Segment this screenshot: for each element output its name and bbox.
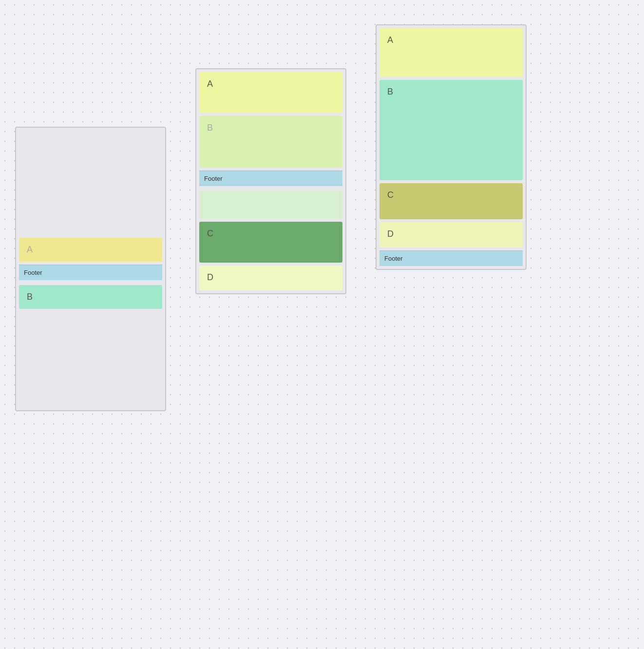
block-D-2: D (199, 266, 342, 290)
block-D-3: D (379, 222, 523, 248)
block-A-2-label: A (207, 79, 213, 89)
panel-2-footer-inline: Footer (199, 171, 342, 186)
panel-1-footer-inline: Footer (19, 265, 162, 280)
main-container: A Footer B C D A B Footer (15, 19, 629, 411)
panel-3-footer-inline: Footer (379, 250, 523, 266)
block-B-1-label: B (27, 292, 33, 302)
block-B-3: B (379, 80, 523, 180)
panel-3-scroll[interactable]: A B C D Footer (377, 25, 526, 269)
block-A-2: A (199, 72, 342, 113)
block-B-3-label: B (387, 87, 393, 96)
panel-1-scroll[interactable]: A Footer B C D (16, 128, 165, 410)
block-A-3-label: A (387, 35, 393, 45)
block-D-2-label: D (207, 272, 213, 282)
block-C-2-label: C (207, 229, 213, 238)
block-A-1-label: A (27, 245, 33, 254)
block-B-1: B (19, 285, 162, 309)
block-C-2: C (199, 222, 342, 263)
panel-2: A B Footer C D (195, 68, 346, 294)
block-B-2-label: B (207, 123, 213, 133)
panel-3: A B C D Footer (376, 24, 527, 270)
block-C-3-label: C (387, 190, 394, 200)
block-B-2: B (199, 116, 342, 168)
panel-2-scroll[interactable]: A B Footer C D (196, 69, 345, 293)
block-D-3-label: D (387, 229, 394, 239)
block-A-1: A (19, 238, 162, 262)
block-A-3: A (379, 28, 523, 77)
panel-1: A Footer B C D (15, 127, 166, 411)
block-extra-2 (199, 191, 342, 219)
block-C-3: C (379, 183, 523, 219)
